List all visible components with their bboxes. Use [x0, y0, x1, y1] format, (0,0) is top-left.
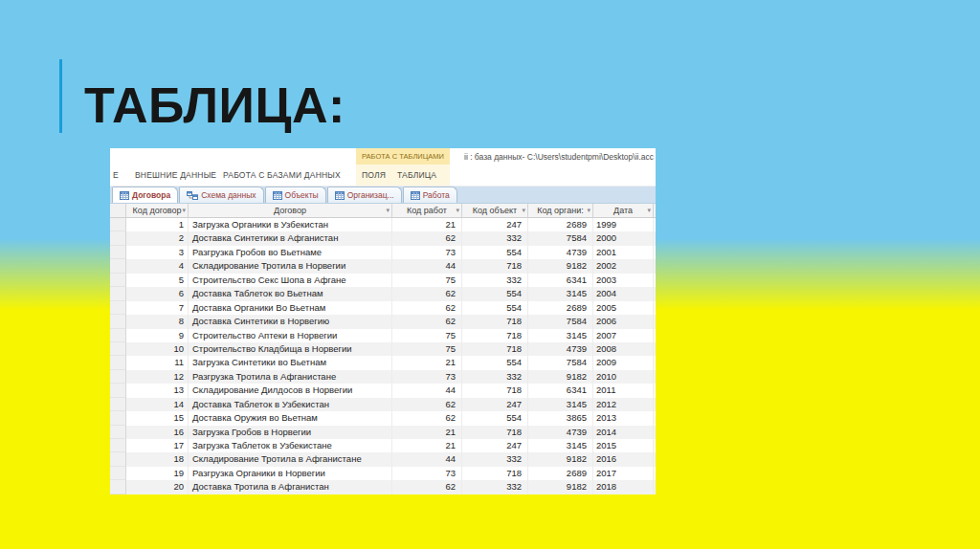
- cell[interactable]: 44: [392, 452, 462, 466]
- filter-dropdown-icon[interactable]: ▾: [386, 204, 390, 217]
- cell[interactable]: 6341: [528, 274, 593, 287]
- cell[interactable]: 2010: [593, 370, 654, 384]
- row-selector[interactable]: [110, 301, 126, 315]
- cell[interactable]: 4739: [528, 246, 593, 259]
- row-selector[interactable]: [110, 439, 126, 452]
- cell[interactable]: 2006: [593, 315, 654, 328]
- filter-dropdown-icon[interactable]: ▾: [647, 204, 651, 217]
- row-selector[interactable]: [110, 259, 126, 273]
- cell[interactable]: Доставка Органики Во Вьетнам: [189, 301, 392, 315]
- cell[interactable]: 2689: [528, 467, 593, 480]
- cell[interactable]: 2001: [593, 246, 654, 259]
- ribbon-tab[interactable]: ВНЕШНИЕ ДАННЫЕ: [135, 165, 216, 186]
- cell[interactable]: 718: [462, 342, 528, 356]
- cell[interactable]: 718: [462, 259, 528, 273]
- row-selector[interactable]: [110, 370, 126, 384]
- cell[interactable]: 4739: [528, 342, 593, 356]
- ribbon-tab[interactable]: Е: [113, 165, 119, 186]
- cell[interactable]: 3145: [528, 329, 593, 342]
- cell[interactable]: 2000: [593, 231, 654, 245]
- object-tab[interactable]: Объекты: [265, 187, 326, 203]
- row-selector[interactable]: [110, 218, 126, 231]
- cell[interactable]: 9182: [528, 452, 593, 466]
- row-selector[interactable]: [110, 287, 126, 300]
- cell[interactable]: 9182: [528, 480, 593, 494]
- cell[interactable]: 73: [392, 467, 462, 480]
- cell[interactable]: Доставка Таблеток во Вьетнам: [189, 287, 392, 300]
- filter-dropdown-icon[interactable]: ▾: [587, 204, 590, 217]
- cell[interactable]: 6341: [528, 384, 593, 397]
- cell[interactable]: 2002: [593, 259, 654, 273]
- cell[interactable]: 21: [392, 439, 462, 452]
- cell[interactable]: 73: [392, 370, 462, 384]
- cell[interactable]: 2017: [593, 467, 654, 480]
- row-selector[interactable]: [110, 329, 126, 342]
- cell[interactable]: Складирование Дилдосов в Норвегии: [189, 384, 392, 397]
- column-header[interactable]: Код работ▾: [392, 204, 462, 217]
- object-tab[interactable]: Договора: [112, 187, 178, 203]
- cell[interactable]: 332: [462, 370, 528, 384]
- cell[interactable]: 554: [462, 411, 528, 425]
- cell[interactable]: 2011: [593, 384, 654, 397]
- cell[interactable]: 2007: [593, 329, 654, 342]
- cell[interactable]: 3145: [528, 439, 593, 452]
- row-selector[interactable]: [110, 411, 126, 425]
- cell[interactable]: 4739: [528, 426, 593, 439]
- cell[interactable]: Разгрузка Гробов во Вьетнаме: [189, 246, 392, 259]
- cell[interactable]: 332: [462, 274, 528, 287]
- cell[interactable]: Загрузка Таблеток в Узбекистане: [189, 439, 392, 452]
- cell[interactable]: Загрузка Органики в Узбекистан: [189, 218, 392, 231]
- cell[interactable]: 73: [392, 246, 462, 259]
- cell[interactable]: 21: [392, 426, 462, 439]
- cell[interactable]: 14: [126, 398, 189, 411]
- cell[interactable]: 62: [392, 287, 462, 300]
- cell[interactable]: 2014: [593, 426, 654, 439]
- cell[interactable]: Загрузка Синтетики во Вьетнам: [189, 356, 392, 369]
- cell[interactable]: 554: [462, 301, 528, 315]
- cell[interactable]: 247: [462, 439, 528, 452]
- cell[interactable]: 20: [126, 480, 189, 494]
- cell[interactable]: 332: [462, 231, 528, 245]
- cell[interactable]: 7584: [528, 315, 593, 328]
- cell[interactable]: Доставка Тротила в Афганистан: [189, 480, 392, 494]
- cell[interactable]: Строительство Аптеки в Норвегии: [189, 329, 392, 342]
- cell[interactable]: 2015: [593, 439, 654, 452]
- cell[interactable]: 718: [462, 384, 528, 397]
- cell[interactable]: 16: [126, 426, 189, 439]
- cell[interactable]: 7584: [528, 356, 593, 369]
- cell[interactable]: 44: [392, 259, 462, 273]
- cell[interactable]: 9: [126, 329, 189, 342]
- cell[interactable]: 2016: [593, 452, 654, 466]
- cell[interactable]: Разгрузка Тротила в Афганистане: [189, 370, 392, 384]
- cell[interactable]: 247: [462, 218, 528, 231]
- cell[interactable]: 10: [126, 342, 189, 356]
- cell[interactable]: 2689: [528, 218, 593, 231]
- cell[interactable]: 17: [126, 439, 189, 452]
- row-selector[interactable]: [110, 246, 126, 259]
- cell[interactable]: 62: [392, 231, 462, 245]
- cell[interactable]: 2018: [593, 480, 654, 494]
- cell[interactable]: Доставка Оружия во Вьетнам: [189, 411, 392, 425]
- column-header[interactable]: Код объект▾: [462, 204, 528, 217]
- cell[interactable]: 1999: [593, 218, 654, 231]
- cell[interactable]: 75: [392, 342, 462, 356]
- column-header[interactable]: Договор▾: [189, 204, 392, 217]
- row-selector[interactable]: [110, 398, 126, 411]
- row-selector[interactable]: [110, 315, 126, 328]
- cell[interactable]: 62: [392, 315, 462, 328]
- cell[interactable]: 3145: [528, 398, 593, 411]
- cell[interactable]: 62: [392, 480, 462, 494]
- cell[interactable]: 19: [126, 467, 189, 480]
- cell[interactable]: 247: [462, 398, 528, 411]
- row-selector[interactable]: [110, 356, 126, 369]
- cell[interactable]: 62: [392, 411, 462, 425]
- cell[interactable]: 62: [392, 398, 462, 411]
- row-selector[interactable]: [110, 231, 126, 245]
- cell[interactable]: Доставка Синтетики в Афганистан: [189, 231, 392, 245]
- cell[interactable]: Складирование Тротила в Афганистане: [189, 452, 392, 466]
- cell[interactable]: 718: [462, 315, 528, 328]
- cell[interactable]: 75: [392, 329, 462, 342]
- cell[interactable]: 21: [392, 218, 462, 231]
- cell[interactable]: 718: [462, 467, 528, 480]
- cell[interactable]: 2009: [593, 356, 654, 369]
